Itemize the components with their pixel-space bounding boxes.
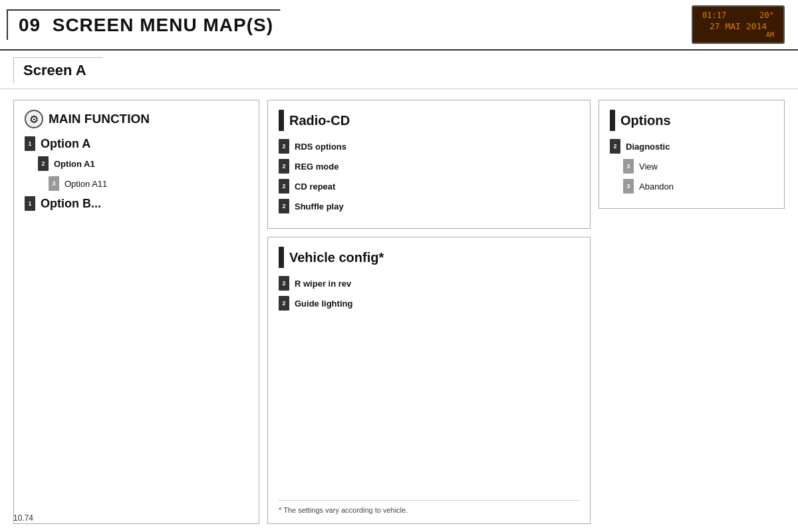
level-badge-reg: 2 [279, 159, 289, 174]
level-badge-3: 3 [49, 176, 59, 191]
main-content: ⚙ MAIN FUNCTION 1 Option A 2 Option A1 3… [0, 89, 798, 532]
option-b-label: Option B... [41, 197, 101, 211]
main-function-title: MAIN FUNCTION [49, 112, 150, 126]
main-function-card: ⚙ MAIN FUNCTION 1 Option A 2 Option A1 3… [13, 100, 259, 524]
level-badge-2a: 2 [38, 156, 49, 171]
options-accent [610, 110, 615, 131]
list-item: 2 CD repeat [279, 179, 579, 194]
list-item: 2 Guide lighting [279, 296, 579, 311]
rds-options-label: RDS options [295, 142, 346, 152]
level-badge-abandon: 3 [623, 179, 634, 194]
list-item: 2 Option A1 [38, 156, 248, 171]
options-header: Options [610, 110, 773, 131]
list-item: 1 Option A [25, 136, 248, 151]
gear-icon: ⚙ [25, 110, 43, 128]
list-item: 1 Option B... [25, 196, 248, 211]
chapter-notch: 09 SCREEN MENU MAP(S) [7, 9, 293, 40]
clock-time: 01:17 [702, 11, 726, 20]
shuffle-play-label: Shuffle play [295, 201, 344, 211]
level-badge-rds: 2 [279, 139, 289, 154]
radio-cd-card: Radio-CD 2 RDS options 2 REG mode 2 CD r… [267, 100, 591, 229]
option-a-label: Option A [41, 137, 90, 151]
radio-cd-header: Radio-CD [279, 110, 579, 131]
list-item: 2 Diagnostic [610, 139, 773, 154]
screen-a-area: Screen A [0, 51, 798, 89]
level-badge-wiper: 2 [279, 276, 289, 291]
clock-date: 27 MAI 2014 [702, 21, 774, 31]
vehicle-config-footnote: * The settings vary according to vehicle… [279, 500, 579, 514]
list-item: 3 View [623, 159, 773, 174]
r-wiper-label: R wiper in rev [295, 279, 351, 289]
list-item: 2 Shuffle play [279, 199, 579, 213]
clock-temp: 20° [759, 11, 774, 20]
left-column: ⚙ MAIN FUNCTION 1 Option A 2 Option A1 3… [13, 100, 259, 524]
abandon-label: Abandon [639, 182, 674, 192]
vehicle-config-header: Vehicle config* [279, 247, 579, 268]
option-a11-label: Option A11 [65, 179, 107, 189]
option-a1-label: Option A1 [54, 159, 95, 169]
guide-lighting-label: Guide lighting [295, 299, 352, 309]
vehicle-config-title: Vehicle config* [289, 250, 384, 265]
title-area: 09 SCREEN MENU MAP(S) [7, 9, 293, 40]
level-badge-cd: 2 [279, 179, 289, 194]
options-title: Options [620, 113, 671, 128]
radio-cd-title: Radio-CD [289, 113, 350, 128]
reg-mode-label: REG mode [295, 162, 338, 172]
level-badge-shuffle: 2 [279, 199, 289, 213]
middle-column: Radio-CD 2 RDS options 2 REG mode 2 CD r… [267, 100, 591, 524]
cd-repeat-label: CD repeat [295, 182, 335, 192]
clock-display: 01:17 20° 27 MAI 2014 AM [692, 5, 785, 44]
list-item: 3 Abandon [623, 179, 773, 194]
page-title: 09 SCREEN MENU MAP(S) [19, 15, 273, 35]
screen-a-tab: Screen A [13, 57, 114, 83]
main-function-header: ⚙ MAIN FUNCTION [25, 110, 248, 128]
clock-sub: AM [702, 31, 774, 39]
level-badge-1: 1 [25, 136, 35, 151]
page-header: 09 SCREEN MENU MAP(S) 01:17 20° 27 MAI 2… [0, 0, 798, 51]
level-badge-view: 3 [623, 159, 634, 174]
list-item: 2 RDS options [279, 139, 579, 154]
right-column: Options 2 Diagnostic 3 View 3 Abandon [598, 100, 785, 524]
radio-cd-accent [279, 110, 284, 131]
level-badge-diag: 2 [610, 139, 620, 154]
view-label: View [639, 162, 658, 172]
page-number: 10.74 [13, 513, 33, 523]
level-badge-guide: 2 [279, 296, 289, 311]
vehicle-config-accent [279, 247, 284, 268]
options-card: Options 2 Diagnostic 3 View 3 Abandon [598, 100, 785, 209]
list-item: 2 REG mode [279, 159, 579, 174]
diagnostic-label: Diagnostic [626, 142, 670, 152]
level-badge-1b: 1 [25, 196, 35, 211]
vehicle-config-card: Vehicle config* 2 R wiper in rev 2 Guide… [267, 237, 591, 524]
list-item: 3 Option A11 [49, 176, 248, 191]
list-item: 2 R wiper in rev [279, 276, 579, 291]
